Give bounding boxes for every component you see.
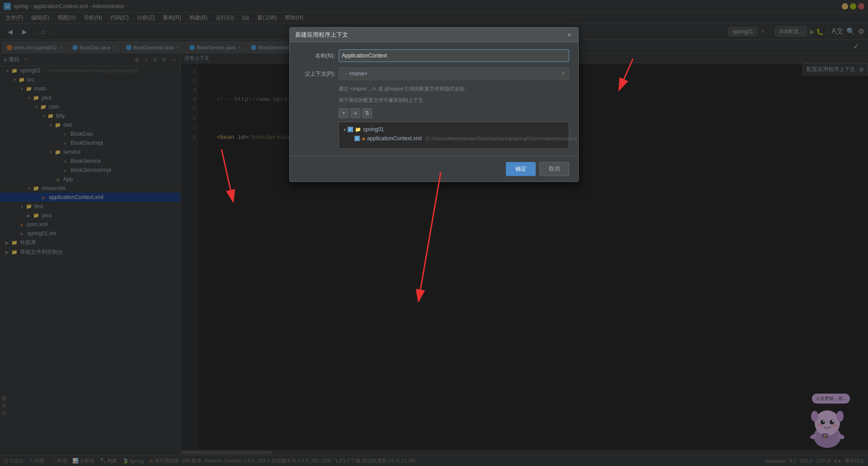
dialog-align-button[interactable]: ≡ <box>350 108 360 118</box>
dialog-folder-icon-spring01: 📁 <box>355 126 361 133</box>
dialog-title-bar: 新建应用程序上下文 × <box>290 28 578 42</box>
dialog-sort-button[interactable]: ⇅ <box>362 108 372 118</box>
dialog-add-button[interactable]: + <box>339 108 349 118</box>
dialog-file-icon-appcontext: ◈ <box>362 135 365 142</box>
dialog-name-input[interactable] <box>339 49 569 62</box>
dialog-checkbox-appcontext[interactable]: ✓ <box>354 136 360 141</box>
dialog-body: 名称(N): 父上下文(P): → <none> ▼ 通过 <import ..… <box>290 42 578 156</box>
dialog-name-label: 名称(N): <box>299 52 335 60</box>
checkmark-annotation: ✓ <box>853 42 859 51</box>
dialog-ok-button[interactable]: 确定 <box>506 162 536 176</box>
dialog-tree-appcontext[interactable]: ✓ ◈ applicationContext.xml (C:/Users/Adm… <box>353 134 566 143</box>
dialog-cancel-button[interactable]: 取消 <box>539 162 569 176</box>
dialog-footer: 确定 取消 <box>290 156 578 181</box>
dialog-parent-row: 父上下文(P): → <none> ▼ <box>299 67 569 80</box>
dialog-overlay: 新建应用程序上下文 × 名称(N): 父上下文(P): → <none> ▼ 通… <box>0 0 868 466</box>
dialog-tree-area: ▾ ✓ 📁 spring01 ✓ ◈ applicationContext.xm… <box>339 122 569 149</box>
dialog-tree-sub: ✓ ◈ applicationContext.xml (C:/Users/Adm… <box>353 134 566 143</box>
dialog-parent-label: 父上下文(P): <box>299 70 335 78</box>
dialog-checkbox-spring01[interactable]: ✓ <box>348 127 353 132</box>
dialog: 新建应用程序上下文 × 名称(N): 父上下文(P): → <none> ▼ 通… <box>289 27 579 182</box>
dialog-info-2: 用于测试的配置文件不像添加到上下文。 <box>339 97 569 104</box>
dialog-label-appcontext: applicationContext.xml <box>367 135 422 142</box>
dialog-label-spring01: spring01 <box>363 126 384 133</box>
dialog-title: 新建应用程序上下文 <box>295 31 348 39</box>
dialog-toolbar: + ≡ ⇅ <box>339 108 569 118</box>
dialog-parent-select[interactable]: → <none> ▼ <box>339 67 569 80</box>
dialog-path-appcontext: (C:/Users/Administrator/Desktop/spring/s… <box>425 136 577 141</box>
dialog-name-row: 名称(N): <box>299 49 569 62</box>
dialog-info-1: 通过 <import .../> 或 @Import 引用的配置文件将隐式添加。 <box>339 86 569 92</box>
dialog-close-button[interactable]: × <box>566 31 573 38</box>
dialog-tree-spring01[interactable]: ▾ ✓ 📁 spring01 <box>342 125 566 134</box>
